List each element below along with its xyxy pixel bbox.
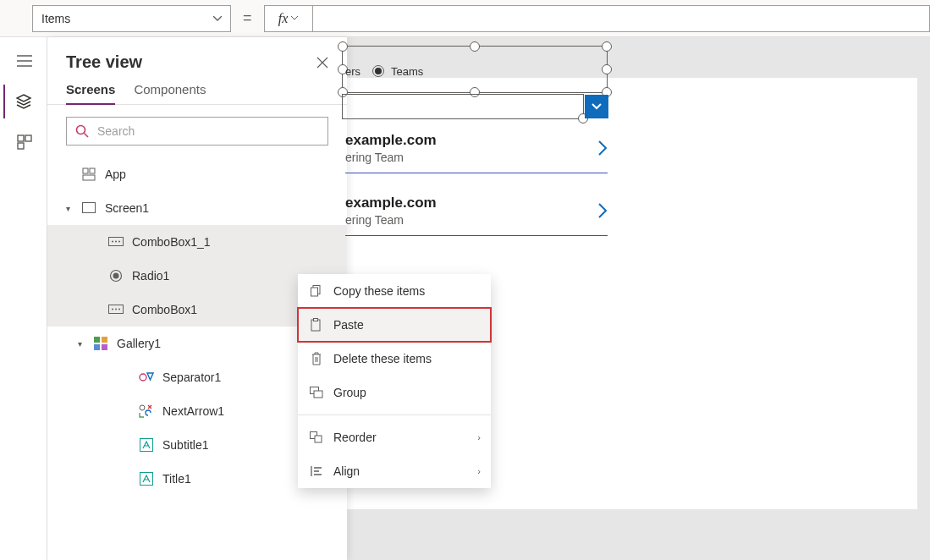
paste-icon [310,318,323,332]
ctx-reorder[interactable]: Reorder › [298,420,491,454]
tree-node-label: Separator1 [162,371,221,384]
svg-rect-31 [314,391,322,398]
svg-point-16 [115,309,117,310]
search-icon [75,124,89,138]
tree-node-screen1[interactable]: ▾ Screen1 [47,191,347,225]
svg-point-11 [118,241,120,243]
svg-point-10 [115,241,117,243]
svg-rect-20 [94,344,100,350]
svg-rect-5 [90,168,95,173]
reorder-icon [310,431,323,443]
svg-rect-18 [94,337,100,343]
chevron-right-icon: › [477,432,481,442]
left-rail [0,37,47,560]
ctx-copy[interactable]: Copy these items [298,274,491,308]
svg-point-13 [113,273,119,279]
label-icon [139,471,154,486]
close-panel-button[interactable] [316,57,328,69]
svg-point-9 [112,241,113,243]
tree-node-label: Screen1 [105,201,149,215]
tree-node-label: Gallery1 [117,337,161,350]
close-icon [316,57,328,69]
tree-node-label: ComboBox1 [132,303,197,316]
gallery-item[interactable]: example.com ering Team [345,132,608,173]
fx-button[interactable]: fx [264,5,313,32]
property-selector-label: Items [41,12,70,25]
chevron-down-icon: ▾ [74,339,85,349]
radio-icon [108,268,124,283]
context-menu: Copy these items Paste Delete these item… [298,274,491,488]
tab-components[interactable]: Components [134,82,206,104]
svg-rect-29 [314,319,318,321]
copy-icon [310,285,323,297]
trash-icon [310,352,323,365]
next-arrow-button[interactable] [597,202,608,219]
svg-rect-33 [315,436,322,442]
label-icon [139,437,154,453]
chevron-down-icon: ▾ [63,204,73,213]
svg-rect-0 [18,135,24,141]
chevron-right-icon [597,202,608,219]
tree-view-title: Tree view [66,52,142,72]
combobox-icon [108,302,124,317]
gallery-item[interactable]: example.com ering Team [345,195,608,236]
search-input[interactable]: Search [66,117,328,145]
chevron-down-icon [592,103,602,110]
tree-node-label: Subtitle1 [162,438,208,452]
svg-point-15 [112,309,113,310]
hamburger-icon [17,55,32,67]
svg-point-22 [140,374,146,381]
formula-bar: Items = fx [0,0,930,37]
layers-icon [15,93,32,110]
tab-screens[interactable]: Screens [66,82,115,105]
tree-node-label: NextArrow1 [162,404,224,418]
svg-rect-1 [25,135,31,141]
radio-option-label: Teams [391,65,423,78]
svg-rect-7 [83,203,96,213]
ctx-align[interactable]: Align › [298,454,491,488]
svg-rect-4 [83,168,88,173]
ctx-label: Paste [333,318,364,332]
radio-dot-icon[interactable] [372,65,384,77]
svg-rect-6 [83,175,95,180]
rail-treeview[interactable] [3,85,37,118]
equals-sign: = [243,9,252,27]
ctx-delete[interactable]: Delete these items [298,342,491,376]
next-arrow-button[interactable] [597,140,608,156]
svg-point-17 [118,309,120,310]
gallery-icon [93,336,108,351]
ctx-label: Copy these items [333,284,425,298]
tree-node-label: Radio1 [132,269,169,283]
shape-icon [139,370,154,385]
property-selector[interactable]: Items [32,5,231,32]
svg-rect-21 [102,344,107,350]
screen-icon [81,200,96,216]
app-icon [81,167,96,182]
ctx-label: Reorder [333,431,377,444]
formula-input[interactable] [313,5,930,32]
rail-hamburger[interactable] [7,44,41,78]
group-icon [310,387,323,398]
gallery-item-title: example.com [345,132,437,149]
chevron-down-icon [213,16,222,21]
svg-rect-19 [102,337,107,343]
fx-icon: fx [278,11,289,26]
ctx-label: Delete these items [333,352,432,365]
radio-control[interactable]: ers Teams [345,59,423,83]
ctx-label: Group [333,386,366,399]
selection-box-combobox [342,94,584,119]
align-icon [310,465,323,477]
tree-node-app[interactable]: App [47,157,347,191]
combobox-dropdown-button[interactable] [585,95,608,118]
svg-point-23 [140,405,145,410]
ctx-label: Align [333,464,360,478]
ctx-paste[interactable]: Paste [298,308,491,342]
tree-node-label: ComboBox1_1 [132,235,211,249]
ctx-group[interactable]: Group [298,376,491,409]
tree-node-label: Title1 [162,472,191,486]
gallery-item-title: example.com [345,195,437,211]
svg-rect-2 [18,143,24,149]
rail-insert[interactable] [7,125,41,159]
icons-icon [139,404,154,419]
tree-node-combobox1-1[interactable]: ComboBox1_1 [47,225,347,259]
